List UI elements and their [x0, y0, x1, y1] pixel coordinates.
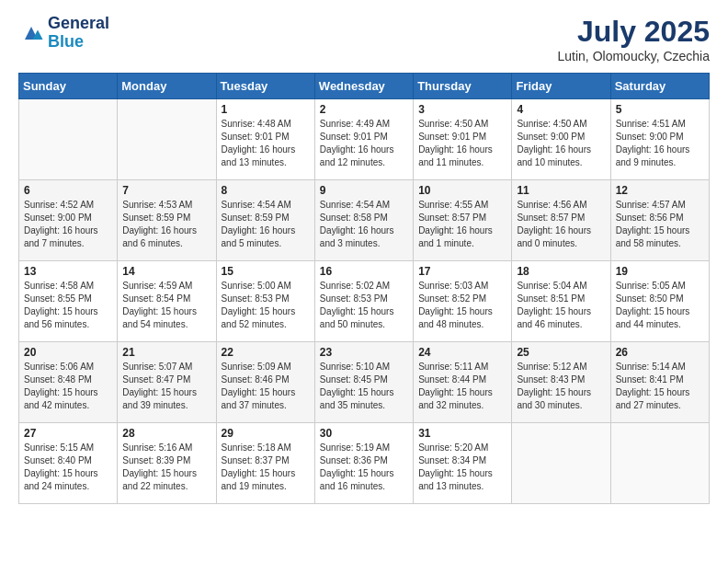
col-tuesday: Tuesday	[216, 74, 314, 99]
day-number: 21	[122, 346, 210, 359]
sunset-text: Sunset: 8:43 PM	[517, 373, 605, 386]
calendar-cell: 12 Sunrise: 4:57 AM Sunset: 8:56 PM Dayl…	[610, 180, 709, 261]
calendar-cell: 22 Sunrise: 5:09 AM Sunset: 8:46 PM Dayl…	[216, 342, 314, 423]
day-number: 24	[418, 346, 506, 359]
cell-info: Sunrise: 5:11 AM Sunset: 8:44 PM Dayligh…	[418, 361, 506, 412]
daylight-text: Daylight: 15 hours and 58 minutes.	[616, 224, 704, 250]
sunrise-text: Sunrise: 5:15 AM	[24, 442, 112, 454]
sunrise-text: Sunrise: 5:11 AM	[418, 361, 506, 373]
calendar-cell: 2 Sunrise: 4:49 AM Sunset: 9:01 PM Dayli…	[314, 99, 413, 180]
day-number: 28	[122, 427, 210, 440]
calendar-cell: 25 Sunrise: 5:12 AM Sunset: 8:43 PM Dayl…	[512, 342, 610, 423]
sunset-text: Sunset: 8:53 PM	[320, 293, 408, 305]
calendar-cell: 28 Sunrise: 5:16 AM Sunset: 8:39 PM Dayl…	[118, 423, 216, 504]
location: Lutin, Olomoucky, Czechia	[558, 49, 710, 63]
daylight-text: Daylight: 16 hours and 11 minutes.	[418, 144, 506, 169]
sunset-text: Sunset: 9:00 PM	[24, 212, 112, 224]
sunrise-text: Sunrise: 4:54 AM	[320, 199, 408, 212]
daylight-text: Daylight: 15 hours and 30 minutes.	[517, 386, 605, 412]
calendar-cell: 14 Sunrise: 4:59 AM Sunset: 8:54 PM Dayl…	[118, 261, 216, 342]
col-thursday: Thursday	[414, 74, 512, 99]
sunset-text: Sunset: 9:00 PM	[616, 131, 704, 144]
sunrise-text: Sunrise: 5:16 AM	[122, 442, 210, 454]
logo: GeneralBlue	[18, 15, 109, 52]
sunset-text: Sunset: 8:57 PM	[517, 212, 605, 224]
daylight-text: Daylight: 16 hours and 7 minutes.	[24, 224, 112, 250]
col-saturday: Saturday	[610, 74, 709, 99]
cell-info: Sunrise: 4:49 AM Sunset: 9:01 PM Dayligh…	[320, 118, 408, 169]
day-number: 20	[24, 346, 112, 359]
sunrise-text: Sunrise: 5:19 AM	[320, 442, 408, 454]
calendar-cell	[512, 423, 610, 504]
day-number: 18	[517, 265, 605, 278]
calendar-cell: 6 Sunrise: 4:52 AM Sunset: 9:00 PM Dayli…	[19, 180, 118, 261]
sunrise-text: Sunrise: 4:57 AM	[616, 199, 704, 212]
day-number: 7	[122, 184, 210, 197]
cell-info: Sunrise: 5:09 AM Sunset: 8:46 PM Dayligh…	[222, 361, 310, 412]
daylight-text: Daylight: 15 hours and 42 minutes.	[24, 386, 112, 412]
daylight-text: Daylight: 15 hours and 56 minutes.	[24, 305, 112, 331]
sunset-text: Sunset: 8:34 PM	[418, 454, 506, 467]
sunrise-text: Sunrise: 4:59 AM	[122, 280, 210, 293]
sunset-text: Sunset: 8:46 PM	[222, 373, 310, 386]
sunset-text: Sunset: 9:01 PM	[418, 131, 506, 144]
cell-info: Sunrise: 5:05 AM Sunset: 8:50 PM Dayligh…	[616, 280, 704, 331]
calendar-cell: 3 Sunrise: 4:50 AM Sunset: 9:01 PM Dayli…	[414, 99, 512, 180]
cell-info: Sunrise: 4:52 AM Sunset: 9:00 PM Dayligh…	[24, 199, 112, 250]
cell-info: Sunrise: 4:48 AM Sunset: 9:01 PM Dayligh…	[222, 118, 310, 169]
day-number: 30	[320, 427, 408, 440]
calendar-cell: 29 Sunrise: 5:18 AM Sunset: 8:37 PM Dayl…	[216, 423, 314, 504]
cell-info: Sunrise: 4:55 AM Sunset: 8:57 PM Dayligh…	[418, 199, 506, 250]
sunrise-text: Sunrise: 5:05 AM	[616, 280, 704, 293]
day-number: 3	[418, 103, 506, 116]
daylight-text: Daylight: 16 hours and 0 minutes.	[517, 224, 605, 250]
sunrise-text: Sunrise: 4:54 AM	[222, 199, 310, 212]
calendar-cell: 8 Sunrise: 4:54 AM Sunset: 8:59 PM Dayli…	[216, 180, 314, 261]
day-number: 1	[222, 103, 310, 116]
sunrise-text: Sunrise: 5:02 AM	[320, 280, 408, 293]
cell-info: Sunrise: 5:06 AM Sunset: 8:48 PM Dayligh…	[24, 361, 112, 412]
day-number: 9	[320, 184, 408, 197]
calendar-week-row: 20 Sunrise: 5:06 AM Sunset: 8:48 PM Dayl…	[19, 342, 710, 423]
daylight-text: Daylight: 15 hours and 16 minutes.	[320, 467, 408, 493]
cell-info: Sunrise: 4:53 AM Sunset: 8:59 PM Dayligh…	[122, 199, 210, 250]
calendar-week-row: 27 Sunrise: 5:15 AM Sunset: 8:40 PM Dayl…	[19, 423, 710, 504]
sunset-text: Sunset: 8:51 PM	[517, 293, 605, 305]
cell-info: Sunrise: 4:54 AM Sunset: 8:59 PM Dayligh…	[222, 199, 310, 250]
cell-info: Sunrise: 5:02 AM Sunset: 8:53 PM Dayligh…	[320, 280, 408, 331]
daylight-text: Daylight: 15 hours and 39 minutes.	[122, 386, 210, 412]
sunrise-text: Sunrise: 4:51 AM	[616, 118, 704, 131]
calendar-cell: 17 Sunrise: 5:03 AM Sunset: 8:52 PM Dayl…	[414, 261, 512, 342]
daylight-text: Daylight: 15 hours and 46 minutes.	[517, 305, 605, 331]
day-number: 29	[222, 427, 310, 440]
sunset-text: Sunset: 8:37 PM	[222, 454, 310, 467]
day-number: 27	[24, 427, 112, 440]
sunrise-text: Sunrise: 4:52 AM	[24, 199, 112, 212]
daylight-text: Daylight: 16 hours and 9 minutes.	[616, 144, 704, 169]
page: GeneralBlue July 2025 Lutin, Olomoucky, …	[0, 0, 728, 563]
calendar-cell: 23 Sunrise: 5:10 AM Sunset: 8:45 PM Dayl…	[314, 342, 413, 423]
sunrise-text: Sunrise: 4:50 AM	[418, 118, 506, 131]
calendar-cell: 4 Sunrise: 4:50 AM Sunset: 9:00 PM Dayli…	[512, 99, 610, 180]
daylight-text: Daylight: 15 hours and 50 minutes.	[320, 305, 408, 331]
sunset-text: Sunset: 8:59 PM	[222, 212, 310, 224]
sunrise-text: Sunrise: 4:48 AM	[222, 118, 310, 131]
cell-info: Sunrise: 5:19 AM Sunset: 8:36 PM Dayligh…	[320, 442, 408, 493]
calendar-cell: 15 Sunrise: 5:00 AM Sunset: 8:53 PM Dayl…	[216, 261, 314, 342]
cell-info: Sunrise: 4:50 AM Sunset: 9:01 PM Dayligh…	[418, 118, 506, 169]
sunrise-text: Sunrise: 5:18 AM	[222, 442, 310, 454]
calendar-cell: 5 Sunrise: 4:51 AM Sunset: 9:00 PM Dayli…	[610, 99, 709, 180]
cell-info: Sunrise: 4:50 AM Sunset: 9:00 PM Dayligh…	[517, 118, 605, 169]
daylight-text: Daylight: 15 hours and 37 minutes.	[222, 386, 310, 412]
sunrise-text: Sunrise: 5:04 AM	[517, 280, 605, 293]
daylight-text: Daylight: 15 hours and 52 minutes.	[222, 305, 310, 331]
cell-info: Sunrise: 4:56 AM Sunset: 8:57 PM Dayligh…	[517, 199, 605, 250]
sunrise-text: Sunrise: 5:09 AM	[222, 361, 310, 373]
sunset-text: Sunset: 8:50 PM	[616, 293, 704, 305]
daylight-text: Daylight: 15 hours and 35 minutes.	[320, 386, 408, 412]
day-number: 11	[517, 184, 605, 197]
cell-info: Sunrise: 5:18 AM Sunset: 8:37 PM Dayligh…	[222, 442, 310, 493]
day-number: 17	[418, 265, 506, 278]
day-number: 22	[222, 346, 310, 359]
sunset-text: Sunset: 8:57 PM	[418, 212, 506, 224]
